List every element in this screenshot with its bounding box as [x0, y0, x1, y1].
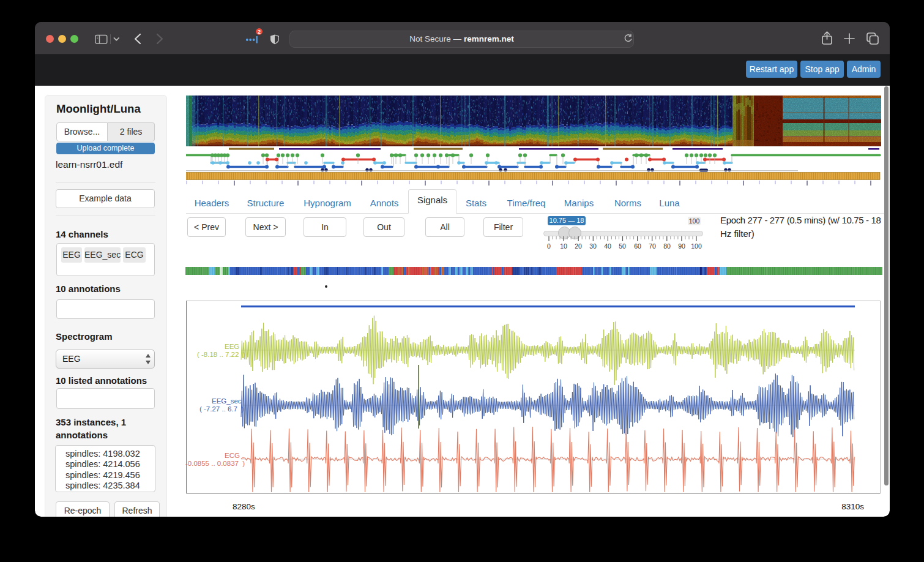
- svg-text:2: 2: [258, 29, 261, 35]
